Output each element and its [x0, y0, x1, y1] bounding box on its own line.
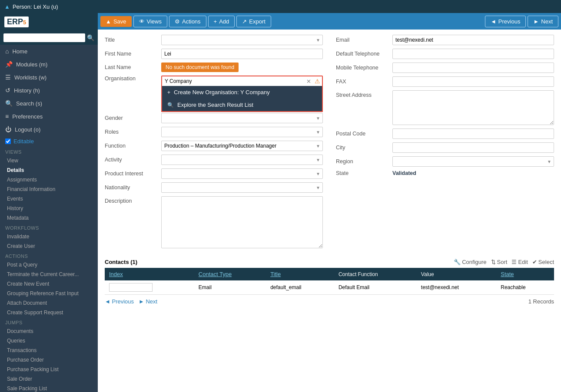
- product-interest-label: Product Interest: [105, 171, 161, 177]
- sidebar-item-home[interactable]: ⌂ Home: [0, 45, 98, 58]
- region-select[interactable]: [392, 156, 554, 167]
- sidebar-item-modules[interactable]: 📌 Modules (m): [0, 58, 98, 71]
- col-title: Title: [266, 268, 334, 280]
- actions-create-event[interactable]: Create New Event: [0, 279, 98, 289]
- create-org-label: Create New Organisation: Y Company: [174, 89, 270, 96]
- product-interest-row: Product Interest ▼: [105, 168, 323, 179]
- product-interest-select-wrap: ▼: [161, 168, 323, 179]
- col-title-link[interactable]: Title: [270, 271, 281, 277]
- email-input[interactable]: [392, 35, 554, 45]
- col-index-link[interactable]: Index: [109, 271, 123, 277]
- explore-icon: 🔍: [167, 102, 174, 108]
- last-name-label: Last Name: [105, 64, 161, 70]
- title-select[interactable]: [161, 35, 323, 45]
- index-input[interactable]: [109, 283, 153, 292]
- col-state-link[interactable]: State: [501, 271, 514, 277]
- street-address-textarea[interactable]: [392, 90, 554, 125]
- fax-input[interactable]: [392, 76, 554, 87]
- table-row: Email default_email Default Email test@n…: [105, 280, 554, 295]
- actions-grouping-reference[interactable]: Grouping Reference Fast Input: [0, 289, 98, 298]
- last-name-row: Last Name No such document was found: [105, 63, 323, 72]
- actions-create-support[interactable]: Create Support Request: [0, 308, 98, 317]
- views-history[interactable]: History: [0, 204, 98, 213]
- export-button[interactable]: ↗ Export: [236, 16, 271, 27]
- next-icon: ►: [533, 18, 539, 25]
- prev-page-button[interactable]: ◄ Previous: [105, 298, 134, 305]
- home-icon: ⌂: [5, 48, 9, 55]
- views-events[interactable]: Events: [0, 194, 98, 204]
- views-assignments[interactable]: Assignments: [0, 175, 98, 184]
- sidebar-item-search[interactable]: 🔍 Search (s): [0, 97, 98, 110]
- search-button[interactable]: 🔍: [87, 34, 94, 41]
- product-interest-select[interactable]: [161, 168, 323, 179]
- workflows-invalidate[interactable]: Invalidate: [0, 232, 98, 241]
- views-metadata[interactable]: Metadata: [0, 213, 98, 223]
- sidebar-item-history[interactable]: ↺ History (h): [0, 84, 98, 97]
- postal-code-input[interactable]: [392, 128, 554, 139]
- actions-terminate-career[interactable]: Terminate the Current Career...: [0, 270, 98, 279]
- save-button[interactable]: ▲ Save: [100, 16, 132, 27]
- sidebar: ERP5 🔍 ⌂ Home 📌 Modules (m) ☰ Worklists …: [0, 13, 98, 392]
- gender-select[interactable]: [161, 113, 323, 123]
- workflows-create-user[interactable]: Create User: [0, 241, 98, 251]
- actions-attach-document[interactable]: Attach Document: [0, 298, 98, 308]
- roles-row: Roles ▼: [105, 127, 323, 137]
- sort-button[interactable]: ⇅ Sort: [491, 259, 508, 265]
- jumps-purchase-order[interactable]: Purchase Order: [0, 355, 98, 365]
- select-button[interactable]: ✔ Select: [532, 259, 554, 265]
- jumps-documents[interactable]: Documents: [0, 326, 98, 336]
- organisation-clear-icon[interactable]: ✕: [305, 78, 313, 85]
- first-name-input[interactable]: [161, 49, 323, 59]
- pagination-nav: ◄ Previous ► Next: [105, 298, 157, 305]
- organisation-dropdown: + Create New Organisation: Y Company 🔍 E…: [161, 86, 323, 112]
- editable-checkbox[interactable]: [5, 138, 11, 144]
- jumps-sale-packing-list[interactable]: Sale Packing List: [0, 384, 98, 392]
- default-telephone-input[interactable]: [392, 49, 554, 59]
- add-button[interactable]: + Add: [208, 16, 235, 27]
- views-button[interactable]: 👁 Views: [133, 16, 167, 27]
- sidebar-item-preferences[interactable]: ≡ Preferences: [0, 110, 98, 123]
- col-state: State: [496, 268, 554, 280]
- jumps-queries[interactable]: Queries: [0, 336, 98, 346]
- form-left-column: Title ▼ First Name Last Name N: [105, 35, 323, 252]
- nationality-label: Nationality: [105, 184, 161, 191]
- views-details[interactable]: Details: [0, 165, 98, 175]
- history-icon: ↺: [5, 87, 10, 94]
- roles-select[interactable]: [161, 127, 323, 137]
- function-select[interactable]: Production – Manufacturing/Production Ma…: [161, 141, 323, 151]
- mobile-telephone-row: Mobile Telephone: [336, 63, 554, 73]
- top-bar-person: Person: Lei Xu (u): [13, 3, 58, 10]
- col-contact-type-link[interactable]: Contact Type: [199, 271, 232, 277]
- activity-select[interactable]: [161, 155, 323, 165]
- jumps-sale-order[interactable]: Sale Order: [0, 374, 98, 384]
- explore-search-item[interactable]: 🔍 Explore the Search Result List: [162, 99, 322, 111]
- sidebar-search-area: 🔍: [0, 31, 98, 45]
- city-input[interactable]: [392, 142, 554, 153]
- state-value: Validated: [392, 170, 416, 176]
- actions-button[interactable]: ⚙ Actions: [169, 16, 206, 27]
- preferences-icon: ≡: [5, 113, 9, 120]
- views-view[interactable]: View: [0, 156, 98, 165]
- views-financial-information[interactable]: Financial Information: [0, 184, 98, 194]
- city-label: City: [336, 145, 392, 151]
- function-select-wrap: Production – Manufacturing/Production Ma…: [161, 141, 323, 151]
- cell-value: test@nexedi.net: [417, 280, 496, 295]
- actions-post-query[interactable]: Post a Query: [0, 260, 98, 270]
- next-button[interactable]: ► Next: [528, 16, 558, 27]
- fax-label: FAX: [336, 79, 392, 85]
- organisation-input[interactable]: [162, 76, 305, 86]
- mobile-telephone-input[interactable]: [392, 63, 554, 73]
- nationality-select[interactable]: [161, 182, 323, 193]
- jumps-purchase-packing-list[interactable]: Purchase Packing List: [0, 365, 98, 374]
- edit-button[interactable]: ☰ Edit: [511, 259, 528, 265]
- actions-icon: ⚙: [175, 18, 180, 25]
- sidebar-item-worklists[interactable]: ☰ Worklists (w): [0, 71, 98, 84]
- next-page-button[interactable]: ► Next: [139, 298, 157, 305]
- previous-button[interactable]: ◄ Previous: [485, 16, 526, 27]
- configure-button[interactable]: 🔧 Configure: [454, 259, 486, 265]
- sidebar-item-logout[interactable]: ⏻ Logout (o): [0, 123, 98, 136]
- jumps-transactions[interactable]: Transactions: [0, 346, 98, 355]
- create-organisation-item[interactable]: + Create New Organisation: Y Company: [162, 86, 322, 99]
- description-textarea[interactable]: [161, 196, 323, 248]
- search-input[interactable]: [3, 33, 85, 42]
